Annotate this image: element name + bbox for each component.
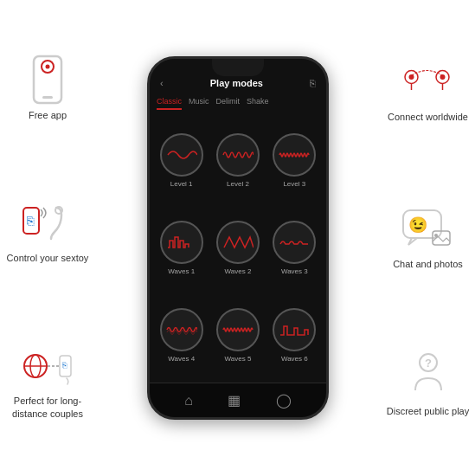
mode-label-waves3: Waves 3 xyxy=(281,267,308,275)
feature-connect: Connect worldwide xyxy=(388,58,468,123)
mode-circle-waves4 xyxy=(160,308,203,351)
phone-app-icon xyxy=(22,56,74,104)
mode-label-level2: Level 2 xyxy=(227,180,249,188)
mode-level2[interactable]: Level 2 xyxy=(213,120,262,201)
tab-delimit[interactable]: Delimit xyxy=(216,97,241,110)
modes-grid: Level 1 Level 2 xyxy=(150,113,326,383)
feature-discreet: ? Discreet public play xyxy=(387,352,469,417)
discreet-label: Discreet public play xyxy=(387,405,469,417)
mode-circle-level3 xyxy=(273,133,316,177)
chat-icon[interactable]: ▦ xyxy=(228,392,241,408)
mode-level1[interactable]: Level 1 xyxy=(157,120,206,201)
control-label: Control your sextoy xyxy=(7,252,89,264)
mode-label-waves1: Waves 1 xyxy=(168,267,195,275)
bluetooth-control-icon: ⎘ xyxy=(22,199,74,247)
mode-label-level3: Level 3 xyxy=(283,180,305,188)
chat-label: Chat and photos xyxy=(393,258,463,270)
long-distance-icon: ⎘ xyxy=(22,342,74,389)
mode-label-waves4: Waves 4 xyxy=(168,355,195,363)
screen-title: Play modes xyxy=(164,78,310,88)
free-app-label: Free app xyxy=(29,109,67,121)
tab-shake[interactable]: Shake xyxy=(247,97,269,110)
svg-text:😉: 😉 xyxy=(408,215,428,235)
svg-text:?: ? xyxy=(425,357,432,370)
tab-classic[interactable]: Classic xyxy=(157,97,182,110)
right-features: Connect worldwide 😉 Chat and photos xyxy=(381,0,475,476)
phone: ‹ Play modes ⎘ Classic Music Delimit Sha… xyxy=(147,56,329,420)
home-icon[interactable]: ⌂ xyxy=(184,393,193,408)
feature-free-app: Free app xyxy=(22,56,74,121)
mode-waves4[interactable]: Waves 4 xyxy=(157,295,206,376)
mode-circle-level1 xyxy=(160,133,203,177)
svg-point-2 xyxy=(46,65,50,69)
mode-circle-waves3 xyxy=(273,221,316,264)
profile-icon[interactable]: ◯ xyxy=(276,392,292,408)
mode-waves3[interactable]: Waves 3 xyxy=(270,208,319,288)
phone-footer: ⌂ ▦ ◯ xyxy=(150,383,326,417)
main-layout: Free app ⎘ Control your se xyxy=(0,0,475,476)
mode-waves1[interactable]: Waves 1 xyxy=(157,208,206,288)
phone-container: ‹ Play modes ⎘ Classic Music Delimit Sha… xyxy=(95,0,381,476)
feature-control: ⎘ Control your sextoy xyxy=(7,199,89,264)
long-distance-label: Perfect for long-distance couples xyxy=(4,395,91,420)
bluetooth-header-icon: ⎘ xyxy=(310,78,316,88)
svg-rect-3 xyxy=(42,96,53,99)
tab-music[interactable]: Music xyxy=(189,97,209,110)
svg-text:⎘: ⎘ xyxy=(27,214,35,228)
mode-circle-waves6 xyxy=(273,308,316,351)
screen-header: ‹ Play modes ⎘ xyxy=(150,59,326,93)
connect-label: Connect worldwide xyxy=(388,111,468,123)
mode-label-level1: Level 1 xyxy=(170,180,193,188)
left-features: Free app ⎘ Control your se xyxy=(0,0,95,476)
feature-chat: 😉 Chat and photos xyxy=(393,205,463,270)
mode-waves2[interactable]: Waves 2 xyxy=(213,208,262,288)
mode-circle-waves2 xyxy=(216,221,260,264)
mode-level3[interactable]: Level 3 xyxy=(270,120,319,201)
chat-photos-icon: 😉 xyxy=(401,205,453,253)
svg-rect-0 xyxy=(34,56,61,103)
mode-label-waves6: Waves 6 xyxy=(281,355,308,363)
svg-text:⎘: ⎘ xyxy=(62,361,67,370)
phone-screen: ‹ Play modes ⎘ Classic Music Delimit Sha… xyxy=(150,59,326,417)
mode-label-waves5: Waves 5 xyxy=(225,355,252,363)
feature-long-distance: ⎘ Perfect for long-distance couples xyxy=(4,342,91,420)
mode-circle-waves5 xyxy=(216,308,260,351)
mode-circle-level2 xyxy=(216,133,260,177)
mode-label-waves2: Waves 2 xyxy=(225,267,252,275)
mode-waves5[interactable]: Waves 5 xyxy=(213,295,262,376)
mode-waves6[interactable]: Waves 6 xyxy=(270,295,319,376)
discreet-play-icon: ? xyxy=(402,352,454,400)
connect-worldwide-icon xyxy=(402,58,454,106)
mode-circle-waves1 xyxy=(160,221,203,264)
tabs-row: Classic Music Delimit Shake xyxy=(150,93,326,113)
